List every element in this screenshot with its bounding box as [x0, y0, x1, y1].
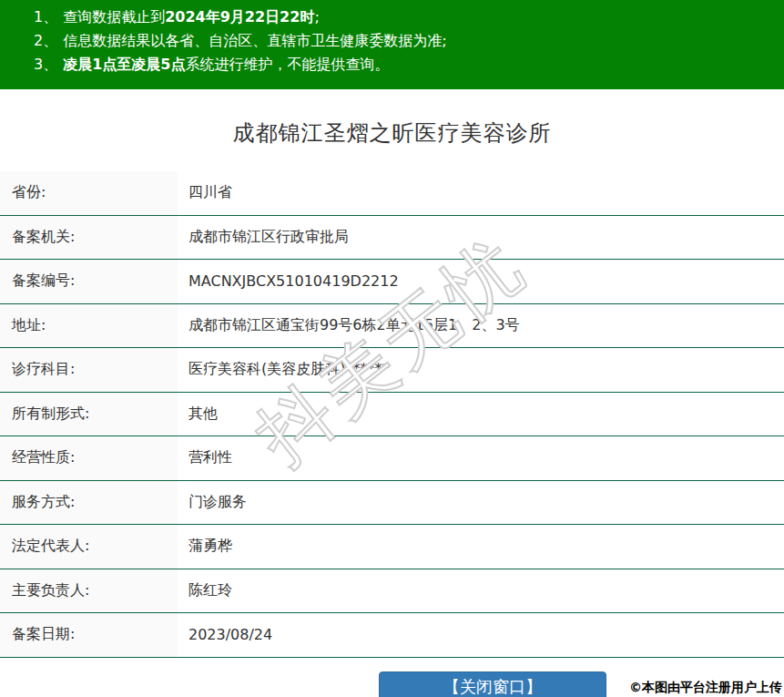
- table-row: 省份: 四川省: [0, 171, 784, 216]
- table-row: 法定代表人: 蒲勇桦: [0, 525, 784, 569]
- row-value: 医疗美容科(美容皮肤科)******: [178, 348, 784, 392]
- row-label: 备案日期:: [0, 613, 178, 657]
- row-label: 经营性质:: [0, 436, 178, 480]
- notice-text: ;: [314, 8, 319, 26]
- row-value: 门诊服务: [178, 481, 784, 525]
- query-result-page: 1、查询数据截止到2024年9月22日22时; 2、信息数据结果以各省、自治区、…: [0, 0, 784, 697]
- row-label: 诊疗科目:: [0, 348, 178, 392]
- row-label: 备案编号:: [0, 260, 178, 303]
- notice-text: 信息数据结果以各省、自治区、直辖市卫生健康委数据为准;: [63, 32, 446, 49]
- table-row: 备案机关: 成都市锦江区行政审批局: [0, 216, 784, 261]
- table-row: 备案日期: 2023/08/24: [0, 613, 784, 658]
- notice-bar: 1、查询数据截止到2024年9月22日22时; 2、信息数据结果以各省、自治区、…: [0, 0, 784, 89]
- notice-bold-maintenance: 凌晨1点至凌晨5点: [63, 56, 185, 73]
- row-value: 蒲勇桦: [178, 525, 784, 569]
- copyright-note: ©本图由平台注册用户上传: [629, 680, 782, 696]
- row-label: 备案机关:: [0, 216, 178, 260]
- table-row: 服务方式: 门诊服务: [0, 481, 784, 526]
- row-label: 所有制形式:: [0, 393, 178, 436]
- table-row: 地址: 成都市锦江区通宝街99号6栋2单元15层1、2、3号: [0, 304, 784, 349]
- row-value: 陈红玲: [178, 569, 784, 613]
- row-value: 其他: [178, 393, 784, 436]
- page-title: 成都锦江圣熠之昕医疗美容诊所: [0, 117, 784, 149]
- info-table: 省份: 四川省 备案机关: 成都市锦江区行政审批局 备案编号: MACNXJBC…: [0, 171, 784, 658]
- row-value: MACNXJBCX51010419D2212: [178, 260, 784, 303]
- notice-text: 系统进行维护，不能提供查询。: [185, 56, 389, 73]
- table-row: 诊疗科目: 医疗美容科(美容皮肤科)******: [0, 348, 784, 393]
- notice-number: 1、: [34, 8, 57, 26]
- notice-line-3: 3、凌晨1点至凌晨5点系统进行维护，不能提供查询。: [34, 53, 775, 77]
- notice-number: 3、: [34, 56, 57, 73]
- table-row: 主要负责人: 陈红玲: [0, 569, 784, 614]
- row-label: 服务方式:: [0, 481, 178, 525]
- row-value: 2023/08/24: [178, 613, 784, 657]
- table-row: 经营性质: 营利性: [0, 436, 784, 481]
- close-window-button[interactable]: 【关闭窗口】: [379, 671, 606, 697]
- row-label: 省份:: [0, 171, 178, 215]
- notice-number: 2、: [34, 32, 57, 49]
- notice-line-1: 1、查询数据截止到2024年9月22日22时;: [34, 5, 775, 29]
- row-value: 成都市锦江区通宝街99号6栋2单元15层1、2、3号: [178, 304, 784, 348]
- notice-line-2: 2、信息数据结果以各省、自治区、直辖市卫生健康委数据为准;: [34, 29, 775, 53]
- notice-bold-date: 2024年9月22日22时: [165, 8, 314, 26]
- row-value: 营利性: [178, 436, 784, 480]
- notice-text: 查询数据截止到: [63, 8, 165, 26]
- table-row: 备案编号: MACNXJBCX51010419D2212: [0, 260, 784, 304]
- row-label: 地址:: [0, 304, 178, 348]
- row-value: 四川省: [178, 171, 784, 215]
- row-value: 成都市锦江区行政审批局: [178, 216, 784, 260]
- table-row: 所有制形式: 其他: [0, 393, 784, 437]
- row-label: 主要负责人:: [0, 569, 178, 613]
- row-label: 法定代表人:: [0, 525, 178, 569]
